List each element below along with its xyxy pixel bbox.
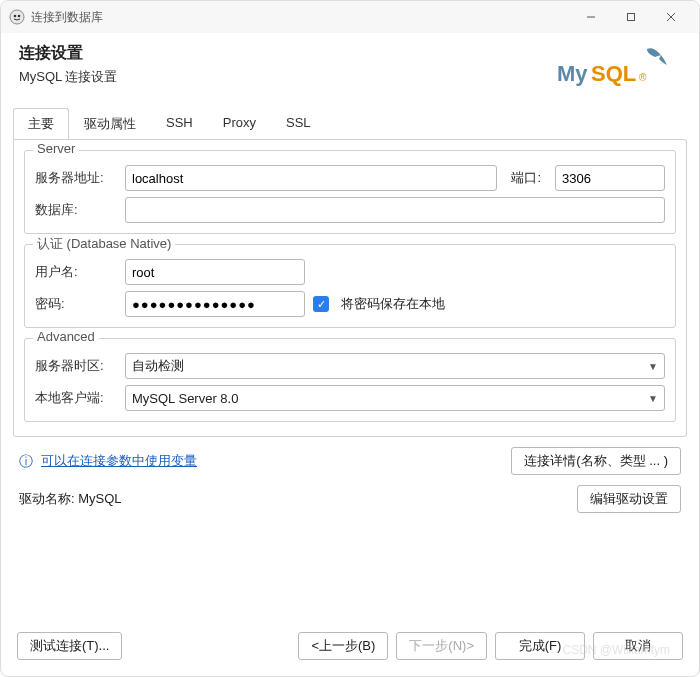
edit-driver-button[interactable]: 编辑驱动设置 xyxy=(577,485,681,513)
password-label: 密码: xyxy=(35,295,117,313)
client-select[interactable]: MySQL Server 8.0 ▼ xyxy=(125,385,665,411)
page-subtitle: MySQL 连接设置 xyxy=(19,68,555,86)
port-label: 端口: xyxy=(511,169,541,187)
maximize-button[interactable] xyxy=(611,3,651,31)
client-label: 本地客户端: xyxy=(35,389,117,407)
advanced-group: Advanced 服务器时区: 自动检测 ▼ 本地客户端: MySQL Serv… xyxy=(24,338,676,422)
next-button[interactable]: 下一步(N)> xyxy=(396,632,487,660)
auth-group: 认证 (Database Native) 用户名: 密码: ✓ 将密码保存在本地 xyxy=(24,244,676,328)
app-icon xyxy=(9,9,25,25)
tab-proxy[interactable]: Proxy xyxy=(208,108,271,139)
server-group: Server 服务器地址: 端口: 数据库: xyxy=(24,150,676,234)
tab-main[interactable]: 主要 xyxy=(13,108,69,139)
connection-details-button[interactable]: 连接详情(名称、类型 ... ) xyxy=(511,447,681,475)
window-title: 连接到数据库 xyxy=(31,9,571,26)
client-value: MySQL Server 8.0 xyxy=(132,391,238,406)
tab-body: Server 服务器地址: 端口: 数据库: 认证 (Database Nati… xyxy=(13,139,687,437)
chevron-down-icon: ▼ xyxy=(648,393,658,404)
driver-name-label: 驱动名称: xyxy=(19,491,75,506)
advanced-legend: Advanced xyxy=(33,329,99,344)
variables-link[interactable]: 可以在连接参数中使用变量 xyxy=(41,452,503,470)
page-title: 连接设置 xyxy=(19,43,555,64)
test-connection-button[interactable]: 测试连接(T)... xyxy=(17,632,122,660)
svg-point-0 xyxy=(10,10,24,24)
auth-legend: 认证 (Database Native) xyxy=(33,235,175,253)
cancel-button[interactable]: 取消 xyxy=(593,632,683,660)
svg-text:My: My xyxy=(557,61,588,86)
driver-row: 驱动名称: MySQL 编辑驱动设置 xyxy=(1,479,699,519)
tab-driver-props[interactable]: 驱动属性 xyxy=(69,108,151,139)
timezone-label: 服务器时区: xyxy=(35,357,117,375)
timezone-select[interactable]: 自动检测 ▼ xyxy=(125,353,665,379)
svg-point-1 xyxy=(14,15,17,18)
dialog-window: 连接到数据库 连接设置 MySQL 连接设置 My SQL ® 主要 驱动属性 xyxy=(0,0,700,677)
tabs: 主要 驱动属性 SSH Proxy SSL xyxy=(1,108,699,140)
header: 连接设置 MySQL 连接设置 My SQL ® xyxy=(1,33,699,102)
svg-point-2 xyxy=(18,15,21,18)
chevron-down-icon: ▼ xyxy=(648,361,658,372)
host-label: 服务器地址: xyxy=(35,169,117,187)
footer: 测试连接(T)... <上一步(B) 下一步(N)> 完成(F) 取消 xyxy=(1,620,699,676)
finish-button[interactable]: 完成(F) xyxy=(495,632,585,660)
tab-ssl[interactable]: SSL xyxy=(271,108,326,139)
titlebar: 连接到数据库 xyxy=(1,1,699,33)
server-legend: Server xyxy=(33,141,79,156)
save-password-checkbox[interactable]: ✓ xyxy=(313,296,329,312)
username-input[interactable] xyxy=(125,259,305,285)
mysql-logo: My SQL ® xyxy=(555,43,681,94)
close-button[interactable] xyxy=(651,3,691,31)
minimize-button[interactable] xyxy=(571,3,611,31)
port-input[interactable] xyxy=(555,165,665,191)
database-label: 数据库: xyxy=(35,201,117,219)
database-input[interactable] xyxy=(125,197,665,223)
info-row: ⓘ 可以在连接参数中使用变量 连接详情(名称、类型 ... ) xyxy=(1,437,699,479)
driver-name-value: MySQL xyxy=(78,491,121,506)
username-label: 用户名: xyxy=(35,263,117,281)
host-input[interactable] xyxy=(125,165,497,191)
timezone-value: 自动检测 xyxy=(132,357,184,375)
save-password-label: 将密码保存在本地 xyxy=(341,295,445,313)
svg-text:®: ® xyxy=(639,72,647,83)
svg-text:SQL: SQL xyxy=(591,61,636,86)
info-icon: ⓘ xyxy=(19,454,33,468)
svg-rect-4 xyxy=(628,14,635,21)
password-input[interactable] xyxy=(125,291,305,317)
back-button[interactable]: <上一步(B) xyxy=(298,632,388,660)
tab-ssh[interactable]: SSH xyxy=(151,108,208,139)
